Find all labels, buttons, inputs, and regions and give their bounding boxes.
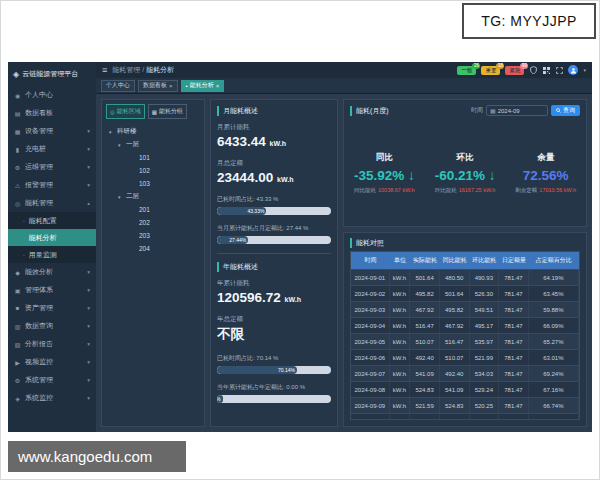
sidebar-menu-item[interactable]: ▥ 数据查询 ▾	[8, 317, 96, 335]
cell-yoy: 480.50	[440, 269, 470, 285]
qr-code-icon[interactable]	[542, 66, 550, 74]
table-row[interactable]: 2024-09-05 kW.h 510.07 516.47 535.97 781…	[351, 333, 579, 349]
sidebar-item-energy-config[interactable]: ◦ 能耗配置	[8, 212, 96, 229]
sidebar-item-energy-analysis[interactable]: ◦ 能耗分析	[8, 229, 96, 246]
tree-node[interactable]: 201	[104, 203, 202, 216]
tree-caret-icon[interactable]: ▾	[118, 194, 123, 200]
cell-date: 2024-09-01	[351, 269, 390, 285]
tab-energy-group[interactable]: ▦ 能耗分组	[148, 104, 187, 119]
alarm-pill-urgent[interactable]: 紧急 99	[505, 66, 524, 75]
sidebar-menu-bottom: ◆ 能效分析 ▾ ▣ 管理体系 ▾ ■ 资产管理 ▾ ▥	[8, 263, 96, 407]
close-icon[interactable]: ×	[169, 83, 173, 89]
menu-item-icon: ◆	[14, 269, 21, 276]
tree-node[interactable]: 203	[104, 229, 202, 242]
tree-node[interactable]: 102	[104, 164, 202, 177]
tree-node[interactable]: ▾ 二层	[104, 190, 202, 203]
fullscreen-icon[interactable]	[555, 66, 563, 74]
sidebar-menu-item[interactable]: ◆ 能效分析 ▾	[8, 263, 96, 281]
cell-unit: kW.h	[390, 365, 411, 381]
menu-item-label: 能耗管理	[25, 198, 53, 208]
stat-sub-value: 17010.56 kW.h	[539, 187, 576, 193]
tree-caret-icon[interactable]: ▾	[118, 142, 123, 148]
view-tab-personal[interactable]: 个人中心	[101, 80, 135, 92]
sidebar-submenu-energy: ◦ 能耗配置 ◦ 能耗分析 ◦ 用量监测	[8, 212, 96, 263]
month-total-value: 6433.44 kW.h	[217, 134, 331, 149]
breadcrumb-parent[interactable]: 能耗管理	[112, 66, 140, 73]
cell-yoy: 521.59	[440, 413, 470, 419]
table-header-cell[interactable]: 时间	[351, 252, 390, 269]
sidebar-menu-item[interactable]: ▦ 设备管理 ▾	[8, 122, 96, 140]
sidebar-item-usage-monitor[interactable]: ◦ 用量监测	[8, 246, 96, 263]
table-header-cell[interactable]: 实际能耗	[410, 252, 440, 269]
tree-node[interactable]: ▾ 一层	[104, 138, 202, 151]
submenu-item-label: 能耗配置	[29, 216, 57, 226]
table-header-cell[interactable]: 单位	[390, 252, 411, 269]
cell-date: 2024-09-10	[351, 413, 390, 419]
sidebar-menu-item[interactable]: ◎ 能耗管理 ▴	[8, 194, 96, 212]
tree-node[interactable]: ▾ 科研楼	[104, 125, 202, 138]
user-avatar[interactable]	[568, 65, 578, 75]
sidebar-menu-item[interactable]: ⚠ 报警管理 ▾	[8, 176, 96, 194]
menu-item-label: 运维管理	[25, 162, 53, 172]
cell-mom: 495.17	[470, 317, 500, 333]
shield-icon[interactable]	[529, 66, 537, 74]
table-row[interactable]: 2024-09-06 kW.h 492.40 510.07 521.99 781…	[351, 349, 579, 365]
content-area: ◎ 能耗区域 ▦ 能耗分组 ▾ 科研楼	[96, 94, 592, 432]
close-icon[interactable]: ×	[216, 83, 220, 89]
stat-value: 72.56%	[515, 168, 576, 183]
cell-date: 2024-09-03	[351, 301, 390, 317]
table-row[interactable]: 2024-09-08 kW.h 524.83 541.09 529.24 781…	[351, 381, 579, 397]
alarm-pill-important[interactable]: 重要 18	[481, 66, 500, 75]
stat-sub-label: 环比能耗	[435, 187, 457, 193]
sidebar-menu-item[interactable]: ◉ 个人中心	[8, 86, 96, 104]
stat-sub-value: 10038.67 kW.h	[378, 187, 415, 193]
table-row[interactable]: 2024-09-01 kW.h 501.64 480.50 490.93 781…	[351, 269, 579, 285]
table-header-cell[interactable]: 占定额百分比	[529, 252, 579, 269]
sidebar-menu-item[interactable]: ⚙ 运维管理 ▾	[8, 158, 96, 176]
table-row[interactable]: 2024-09-02 kW.h 495.82 501.64 526.30 781…	[351, 285, 579, 301]
month-picker-input[interactable]: ▦ 2024-09	[486, 105, 548, 116]
month-total-label: 月累计能耗	[217, 123, 331, 132]
tree-caret-icon[interactable]: ▾	[109, 129, 114, 135]
table-header-cell[interactable]: 同比能耗	[440, 252, 470, 269]
sidebar-menu-item[interactable]: ▮ 充电桩 ▾	[8, 140, 96, 158]
avatar-caret-icon[interactable]: ▾	[583, 67, 586, 73]
cell-unit: kW.h	[390, 333, 411, 349]
table-row[interactable]: 2024-09-09 kW.h 521.59 524.83 520.25 781…	[351, 397, 579, 413]
tree-node[interactable]: 204	[104, 242, 202, 255]
sidebar-fold-icon[interactable]: ≡	[102, 66, 107, 75]
submenu-item-icon: ◦	[23, 235, 25, 241]
sidebar-menu-item[interactable]: ■ 资产管理 ▾	[8, 299, 96, 317]
alarm-pill-normal[interactable]: 一般 26	[457, 66, 476, 75]
table-title: 能耗对照	[350, 238, 384, 248]
tree-node[interactable]: 202	[104, 216, 202, 229]
table-header-cell[interactable]: 环比能耗	[470, 252, 500, 269]
menu-item-label: 能效分析	[25, 267, 53, 277]
bar-label: 已耗时间占比:	[217, 196, 255, 202]
sidebar-menu-item[interactable]: ▣ 管理体系 ▾	[8, 281, 96, 299]
top-navbar: ≡ 能耗管理 / 能耗分析 一般 26 重要 18 紧急 99	[96, 62, 592, 78]
tree-node[interactable]: 103	[104, 177, 202, 190]
tree-node[interactable]: 101	[104, 151, 202, 164]
query-button[interactable]: 查询	[551, 105, 580, 116]
sidebar: ◈ 云链能源管理平台 ◉ 个人中心 ▤ 数据看板 ▦ 设备管	[8, 62, 96, 432]
app-title: 云链能源管理平台	[22, 69, 78, 79]
stat-name: 余量	[515, 152, 576, 164]
sidebar-menu-item[interactable]: ▶ 视频监控 ▾	[8, 353, 96, 371]
year-quota-label: 年总定额	[217, 315, 331, 324]
tab-energy-region[interactable]: ◎ 能耗区域	[106, 104, 145, 119]
sidebar-menu-item[interactable]: ▧ 分析报告 ▾	[8, 335, 96, 353]
chevron-icon: ▾	[87, 287, 90, 293]
table-row[interactable]: 2024-09-07 kW.h 541.09 492.40 534.03 781…	[351, 365, 579, 381]
month-picker-value: 2024-09	[498, 108, 520, 114]
table-row[interactable]: 2024-09-04 kW.h 516.47 467.92 495.17 781…	[351, 317, 579, 333]
sidebar-menu-item[interactable]: ▤ 数据看板	[8, 104, 96, 122]
table-row[interactable]: 2024-09-03 kW.h 467.92 495.82 549.51 781…	[351, 301, 579, 317]
sidebar-menu-item[interactable]: ⚙ 系统管理 ▾	[8, 371, 96, 389]
progress-track: 70.14%	[217, 366, 331, 374]
sidebar-menu-item[interactable]: ◈ 系统监控 ▾	[8, 389, 96, 407]
view-tab-energy-analysis[interactable]: • 能耗分析 ×	[181, 80, 225, 92]
table-header-cell[interactable]: 日定额量	[499, 252, 529, 269]
table-row[interactable]: 2024-09-10 kW.h 483.84 521.59 504.95 781…	[351, 413, 579, 419]
view-tab-dashboard[interactable]: 数据看板 ×	[138, 80, 178, 92]
